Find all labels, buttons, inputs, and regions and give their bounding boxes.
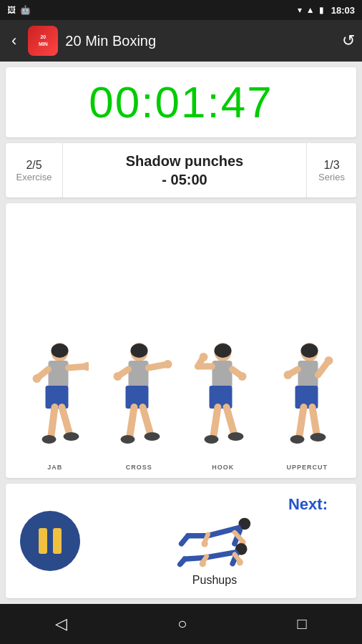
svg-point-34 — [205, 435, 219, 444]
svg-rect-14 — [128, 361, 148, 388]
boxers-container: JAB — [13, 210, 349, 471]
status-bar: 🖼 🤖 ▾ ▲ ▮ 18:03 — [0, 0, 362, 20]
back-button[interactable]: ‹ — [7, 29, 21, 53]
svg-point-9 — [42, 435, 57, 444]
svg-point-46 — [290, 435, 304, 444]
timer-display: 00:01:47 — [13, 80, 349, 125]
app-icon: 20MIN — [28, 26, 58, 56]
series-label: Series — [317, 172, 346, 182]
app-title: 20 Min Boxing — [65, 33, 335, 49]
pause-button[interactable] — [20, 511, 80, 571]
svg-line-60 — [185, 557, 205, 559]
svg-line-10 — [62, 407, 69, 432]
cross-figure: CROSS — [105, 339, 173, 471]
svg-point-11 — [64, 432, 79, 441]
svg-line-20 — [129, 407, 134, 436]
svg-line-8 — [52, 407, 55, 436]
svg-point-43 — [283, 371, 292, 379]
hook-figure: HOOK — [189, 339, 257, 471]
nav-bar: ◁ ○ □ — [0, 604, 362, 644]
svg-line-33 — [214, 407, 218, 436]
main-content: 00:01:47 2/5 Exercise Shadow punches- 05… — [0, 62, 362, 604]
jab-svg — [21, 339, 89, 461]
pause-bar-left — [39, 528, 47, 554]
timer-card: 00:01:47 — [6, 67, 356, 137]
boxing-image-card: JAB — [6, 203, 356, 478]
svg-line-62 — [180, 559, 185, 564]
svg-rect-2 — [49, 361, 69, 388]
bottom-card: Next: — [6, 484, 356, 598]
svg-point-25 — [215, 343, 232, 358]
exercise-label: Exercise — [16, 172, 52, 182]
next-section: Next: — [87, 495, 342, 587]
svg-point-38 — [300, 343, 318, 358]
repeat-button[interactable]: ↺ — [342, 31, 355, 50]
svg-point-6 — [33, 374, 41, 383]
svg-point-36 — [228, 432, 244, 441]
exercise-name: Shadow punches- 05:00 — [126, 152, 243, 189]
exercise-number-section: 2/5 Exercise — [6, 143, 63, 197]
svg-line-22 — [142, 407, 150, 432]
hook-svg — [189, 339, 257, 461]
hook-label: HOOK — [212, 464, 234, 471]
next-exercise-name: Pushups — [192, 574, 237, 587]
svg-point-64 — [237, 559, 243, 565]
cross-svg — [105, 339, 173, 461]
svg-line-35 — [227, 407, 234, 432]
svg-point-1 — [52, 343, 69, 358]
nav-home-button[interactable]: ○ — [177, 615, 187, 633]
android-icon: 🤖 — [20, 5, 31, 15]
jab-figure: JAB — [21, 339, 89, 471]
pause-bar-right — [53, 528, 62, 554]
svg-point-57 — [201, 540, 207, 547]
svg-point-41 — [324, 356, 333, 365]
series-num: 1/3 — [317, 159, 346, 172]
svg-line-47 — [312, 407, 316, 434]
battery-icon: ▮ — [319, 5, 324, 15]
svg-point-21 — [120, 435, 134, 444]
wifi-icon: ▾ — [298, 5, 302, 15]
uppercut-label: UPPERCUT — [286, 464, 328, 471]
svg-point-48 — [310, 433, 326, 441]
photo-icon: 🖼 — [7, 5, 16, 15]
svg-point-29 — [200, 353, 208, 361]
exercise-card: 2/5 Exercise Shadow punches- 05:00 1/3 S… — [6, 143, 356, 197]
svg-line-53 — [182, 536, 188, 544]
svg-point-16 — [163, 360, 172, 369]
status-time: 18:03 — [331, 5, 355, 16]
uppercut-svg — [273, 339, 341, 461]
exercise-num: 2/5 — [16, 159, 52, 172]
uppercut-figure: UPPERCUT — [273, 339, 341, 471]
nav-recent-button[interactable]: □ — [298, 615, 307, 633]
svg-point-18 — [113, 372, 122, 381]
next-label: Next: — [288, 495, 328, 514]
svg-point-23 — [144, 432, 160, 441]
jab-label: JAB — [47, 464, 62, 471]
series-section: 1/3 Series — [306, 143, 356, 197]
nav-back-button[interactable]: ◁ — [55, 615, 67, 633]
svg-line-45 — [299, 407, 303, 436]
cross-label: CROSS — [126, 464, 152, 471]
top-bar: ‹ 20MIN 20 Min Boxing ↺ — [0, 20, 362, 62]
signal-icon: ▲ — [306, 5, 315, 15]
exercise-center: Shadow punches- 05:00 — [63, 143, 306, 197]
svg-point-66 — [200, 560, 206, 567]
pushup-svg — [168, 514, 261, 571]
svg-line-59 — [205, 552, 235, 557]
svg-point-13 — [130, 343, 147, 358]
svg-rect-26 — [212, 361, 233, 388]
svg-point-31 — [238, 372, 247, 381]
pause-icon — [39, 528, 62, 554]
